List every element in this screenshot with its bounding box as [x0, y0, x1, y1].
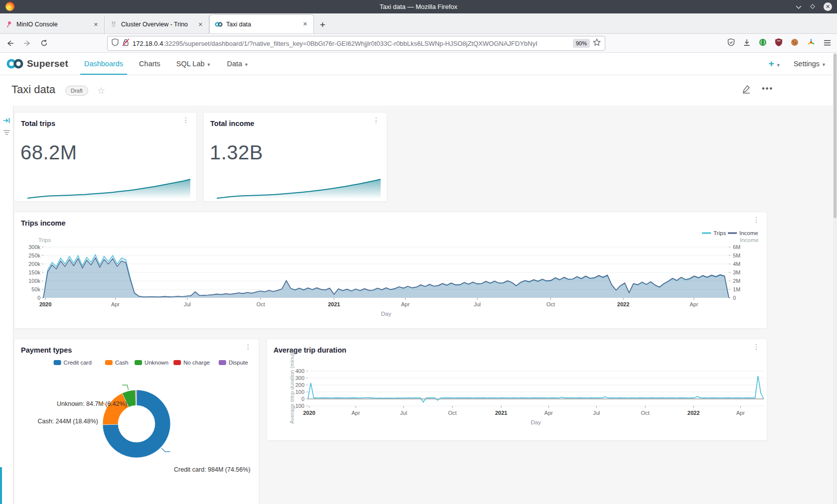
- svg-text:5M: 5M: [733, 252, 740, 258]
- svg-text:Day: Day: [381, 311, 392, 317]
- svg-text:-100: -100: [293, 403, 304, 409]
- svg-text:Apr: Apr: [545, 410, 553, 416]
- chart-title: Total income: [210, 120, 254, 127]
- url-bar[interactable]: 172.18.0.4:32295/superset/dashboard/1/?n…: [107, 36, 605, 51]
- svg-text:Day: Day: [531, 419, 541, 425]
- svg-text:300: 300: [295, 375, 304, 381]
- sparkline-total-income: [204, 170, 387, 201]
- titlebar: Taxi data — Mozilla Firefox ✕: [0, 0, 837, 13]
- svg-text:2020: 2020: [303, 410, 315, 416]
- svg-text:Apr: Apr: [401, 301, 410, 307]
- new-tab-icon[interactable]: +: [314, 19, 331, 33]
- svg-text:Apr: Apr: [352, 410, 360, 416]
- flamingo-icon: [5, 20, 13, 28]
- svg-text:Income: Income: [740, 237, 759, 243]
- svg-text:2022: 2022: [617, 301, 629, 307]
- svg-text:Oct: Oct: [641, 410, 650, 416]
- svg-text:2021: 2021: [328, 301, 340, 307]
- svg-text:Oct: Oct: [257, 301, 265, 307]
- maximize-icon[interactable]: [810, 2, 816, 11]
- pocket-shield-icon[interactable]: [727, 38, 735, 48]
- chart-menu-icon[interactable]: ⋮: [245, 345, 252, 348]
- chart-menu-icon[interactable]: ⋮: [373, 119, 380, 122]
- screen: Taxi data — Mozilla Firefox ✕ MinIO Cons…: [0, 0, 837, 504]
- favorite-star-icon[interactable]: ☆: [97, 85, 105, 96]
- bookmark-star-icon[interactable]: [593, 38, 601, 48]
- cookie-icon[interactable]: [791, 38, 799, 48]
- brand-name: Superset: [27, 58, 68, 69]
- nav-charts[interactable]: Charts: [139, 60, 160, 68]
- svg-text:50k: 50k: [31, 286, 40, 292]
- zoom-level-badge[interactable]: 90%: [573, 39, 590, 48]
- pinwheel-extension-icon[interactable]: [807, 38, 815, 48]
- tab-close-icon[interactable]: ✕: [92, 20, 100, 29]
- nav-data[interactable]: Data▼: [227, 60, 249, 68]
- big-number-value: 68.2M: [20, 141, 77, 164]
- extension-green-icon[interactable]: [759, 38, 767, 48]
- tab-minio-console[interactable]: MinIO Console ✕: [0, 15, 105, 33]
- close-window-icon[interactable]: ✕: [824, 2, 832, 11]
- svg-text:Apr: Apr: [736, 410, 745, 416]
- svg-text:200: 200: [295, 382, 304, 388]
- tab-close-icon[interactable]: ✕: [301, 20, 309, 28]
- back-icon[interactable]: [3, 37, 17, 50]
- download-icon[interactable]: [743, 39, 750, 48]
- tab-title: MinIO Console: [16, 21, 92, 28]
- svg-text:100k: 100k: [28, 278, 40, 284]
- nav-sql-lab[interactable]: SQL Lab▼: [176, 60, 211, 68]
- filter-bar-accent: [0, 467, 2, 504]
- svg-text:3M: 3M: [733, 269, 740, 275]
- superset-icon: [215, 20, 223, 28]
- tab-cluster-overview-trino[interactable]: Cluster Overview - Trino ✕: [105, 15, 209, 33]
- url-text[interactable]: 172.18.0.4:32295/superset/dashboard/1/?n…: [133, 40, 570, 47]
- svg-text:Cash: Cash: [115, 360, 129, 366]
- chevron-down-icon: ▼: [244, 62, 249, 67]
- card-trips-income: Trips income ⋮ TripsIncomeTripsIncome005…: [14, 212, 767, 329]
- tracking-shield-icon[interactable]: [112, 38, 119, 48]
- svg-text:400: 400: [295, 368, 304, 374]
- svg-text:Apr: Apr: [111, 301, 120, 307]
- svg-text:Oct: Oct: [547, 301, 555, 307]
- card-total-trips: Total trips ⋮ 68.2M: [14, 112, 197, 202]
- tab-title: Taxi data: [226, 21, 301, 28]
- scrollbar-thumb[interactable]: [834, 54, 837, 218]
- svg-text:0: 0: [733, 295, 736, 301]
- expand-filters-icon[interactable]: [3, 117, 10, 126]
- superset-logo[interactable]: Superset: [6, 58, 68, 70]
- settings-menu[interactable]: Settings▼: [794, 60, 826, 68]
- svg-text:Jul: Jul: [400, 410, 407, 416]
- svg-text:Credit card: 984M (74.56%): Credit card: 984M (74.56%): [174, 466, 251, 473]
- superset-navbar: Superset Dashboards Charts SQL Lab▼ Data…: [0, 53, 837, 75]
- svg-text:200k: 200k: [28, 261, 40, 267]
- ublock-shield-icon[interactable]: [775, 38, 782, 48]
- card-total-income: Total income ⋮ 1.32B: [203, 112, 387, 202]
- svg-text:0: 0: [301, 396, 304, 402]
- chart-menu-icon[interactable]: ⋮: [182, 119, 189, 122]
- url-host: 172.18.0.4: [133, 40, 163, 47]
- window-title: Taxi data — Mozilla Firefox: [0, 3, 837, 10]
- filter-list-icon[interactable]: [3, 128, 10, 137]
- insecure-lock-icon[interactable]: [122, 38, 130, 48]
- reload-icon[interactable]: [37, 37, 51, 50]
- tab-title: Cluster Overview - Trino: [121, 21, 196, 28]
- svg-text:Trips: Trips: [713, 230, 726, 236]
- chevron-down-icon: ▼: [207, 62, 211, 67]
- more-options-icon[interactable]: •••: [762, 84, 773, 96]
- add-new-button[interactable]: +▼: [769, 58, 781, 69]
- tab-close-icon[interactable]: ✕: [196, 20, 205, 29]
- nav-dashboards[interactable]: Dashboards: [84, 60, 123, 68]
- url-path: :32295/superset/dashboard/1/?native_filt…: [163, 40, 537, 47]
- svg-text:No charge: No charge: [183, 360, 210, 366]
- minimize-icon[interactable]: [796, 2, 802, 11]
- forward-icon[interactable]: [20, 37, 34, 50]
- svg-text:2021: 2021: [495, 410, 507, 416]
- tab-taxi-data[interactable]: Taxi data ✕: [209, 14, 314, 33]
- rabbit-icon: [110, 20, 118, 28]
- chart-title: Payment types: [21, 346, 72, 354]
- svg-text:300k: 300k: [28, 244, 40, 250]
- edit-pencil-icon[interactable]: [742, 84, 751, 96]
- page-title: Taxi data: [11, 83, 55, 96]
- avg-trip-duration-chart: Average trinp duration (minute-100010020…: [267, 348, 767, 440]
- menu-hamburger-icon[interactable]: [824, 39, 831, 48]
- tab-strip: MinIO Console ✕ Cluster Overview - Trino…: [0, 13, 837, 34]
